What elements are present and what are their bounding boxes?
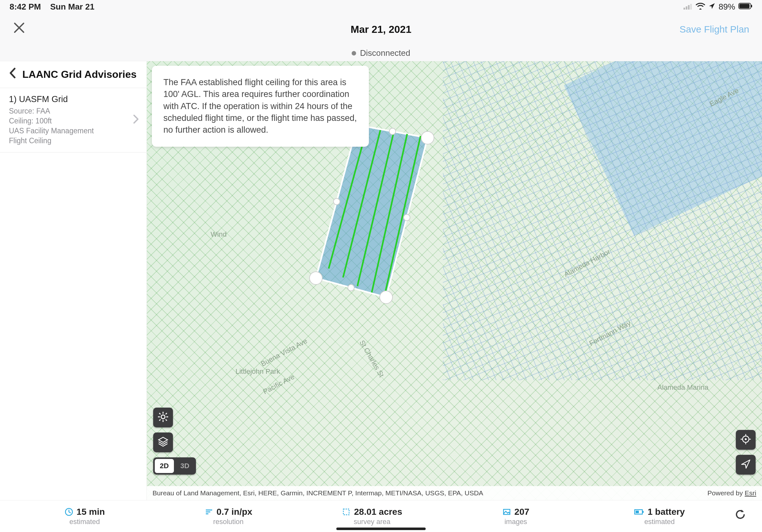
map-label: Littlejohn Park (236, 367, 280, 376)
stat-area: 28.01 acres survey area (300, 507, 444, 526)
connection-dot-icon (352, 51, 356, 55)
back-icon[interactable] (9, 68, 16, 81)
view-mode-toggle[interactable]: 2D 3D (153, 457, 196, 475)
refresh-button[interactable] (731, 508, 749, 524)
refresh-icon (734, 508, 747, 524)
svg-line-28 (166, 413, 167, 414)
svg-rect-41 (343, 509, 349, 515)
area-icon (342, 507, 351, 516)
svg-rect-2 (688, 5, 690, 10)
sidebar: LAANC Grid Advisories 1) UASFM Grid Sour… (0, 61, 147, 500)
ios-status-bar: 8:42 PM Sun Mar 21 89% (0, 0, 762, 13)
stat-battery: 1 battery estimated (588, 507, 731, 526)
svg-point-20 (334, 198, 340, 205)
status-time-date: 8:42 PM Sun Mar 21 (10, 2, 95, 12)
status-right: 89% (683, 2, 752, 12)
settings-button[interactable] (153, 408, 173, 428)
layers-button[interactable] (153, 432, 173, 452)
stat-images-value: 207 (514, 507, 529, 517)
advisory-popup-text: The FAA established flight ceiling for t… (163, 78, 357, 135)
main-content: LAANC Grid Advisories 1) UASFM Grid Sour… (0, 61, 762, 500)
svg-line-29 (159, 420, 161, 421)
stat-area-value: 28.01 acres (354, 507, 402, 517)
battery-percent: 89% (719, 2, 735, 12)
map-attribution: Bureau of Land Management, Esri, HERE, G… (147, 486, 762, 500)
view-2d-segment[interactable]: 2D (155, 459, 174, 473)
compass-button[interactable] (736, 455, 756, 475)
map-label: Wind (211, 230, 227, 238)
svg-rect-3 (690, 4, 692, 10)
svg-line-26 (159, 413, 161, 414)
map-controls-right (736, 430, 756, 475)
svg-point-15 (380, 291, 393, 303)
stat-battery-label: estimated (644, 518, 675, 526)
sidebar-item-uasfm-grid[interactable]: 1) UASFM Grid Source: FAA Ceiling: 100ft… (0, 88, 146, 153)
svg-point-19 (348, 285, 354, 291)
svg-point-17 (389, 128, 396, 135)
sidebar-item-source: Source: FAA (9, 106, 137, 116)
crosshair-icon (740, 433, 751, 446)
svg-line-27 (166, 420, 167, 421)
map-controls-left: 2D 3D (153, 408, 196, 475)
sidebar-item-line4: Flight Ceiling (9, 136, 137, 146)
stat-time-label: estimated (70, 518, 100, 526)
svg-point-14 (421, 131, 434, 144)
stat-res-value: 0.7 in/px (217, 507, 253, 517)
sidebar-item-line3: UAS Facility Management (9, 126, 137, 136)
attribution-left: Bureau of Land Management, Esri, HERE, G… (153, 489, 483, 497)
svg-rect-45 (636, 511, 639, 513)
svg-point-16 (310, 272, 322, 285)
stat-resolution: 0.7 in/px resolution (156, 507, 300, 526)
battery-icon (738, 2, 752, 12)
svg-rect-5 (739, 4, 750, 8)
navigation-arrow-icon (740, 459, 751, 471)
stat-images-label: images (504, 518, 527, 526)
connection-label: Disconnected (360, 48, 410, 58)
stat-time-value: 15 min (77, 507, 105, 517)
home-indicator (336, 528, 426, 530)
svg-point-32 (745, 438, 747, 440)
sidebar-item-title: 1) UASFM Grid (9, 95, 137, 104)
status-date: Sun Mar 21 (50, 2, 95, 12)
stat-area-label: survey area (354, 518, 391, 526)
svg-marker-30 (159, 437, 168, 442)
wifi-icon (696, 2, 705, 12)
layers-icon (157, 436, 169, 449)
resolution-icon (204, 507, 213, 516)
sidebar-header[interactable]: LAANC Grid Advisories (0, 61, 146, 88)
stats-bar: 15 min estimated 0.7 in/px resolution 28… (0, 500, 762, 532)
stat-images: 207 images (444, 507, 587, 526)
image-icon (502, 507, 511, 516)
connection-status: Disconnected (0, 45, 762, 61)
stat-res-label: resolution (213, 518, 244, 526)
sidebar-title: LAANC Grid Advisories (22, 69, 137, 80)
map-label: Alameda Marina (657, 383, 708, 392)
svg-rect-0 (683, 8, 685, 10)
location-icon (708, 2, 716, 12)
advisory-popup: The FAA established flight ceiling for t… (152, 66, 369, 147)
svg-point-21 (161, 415, 165, 419)
app-header: Mar 21, 2021 Save Flight Plan (0, 13, 762, 45)
close-button[interactable] (13, 21, 26, 37)
attribution-right: Powered by Esri (708, 489, 756, 497)
cell-signal-icon (683, 2, 692, 12)
battery-stat-icon (634, 509, 644, 515)
stat-battery-value: 1 battery (648, 507, 685, 517)
chevron-right-icon (133, 114, 139, 126)
stat-time: 15 min estimated (13, 507, 156, 526)
page-title: Mar 21, 2021 (351, 24, 411, 35)
esri-link[interactable]: Esri (745, 489, 756, 497)
save-flight-plan-button[interactable]: Save Flight Plan (680, 24, 749, 35)
clock-icon (64, 507, 73, 516)
svg-point-18 (404, 214, 410, 221)
svg-rect-6 (751, 5, 752, 7)
locate-button[interactable] (736, 430, 756, 450)
svg-rect-44 (643, 511, 644, 513)
svg-marker-7 (316, 125, 427, 297)
status-time: 8:42 PM (10, 2, 41, 12)
gear-icon (157, 411, 169, 424)
map-canvas[interactable]: Buena Vista Ave Pacific Ave Eagle Ave Al… (147, 61, 762, 500)
svg-rect-1 (686, 6, 687, 10)
sidebar-item-ceiling: Ceiling: 100ft (9, 116, 137, 126)
view-3d-segment[interactable]: 3D (176, 459, 194, 473)
